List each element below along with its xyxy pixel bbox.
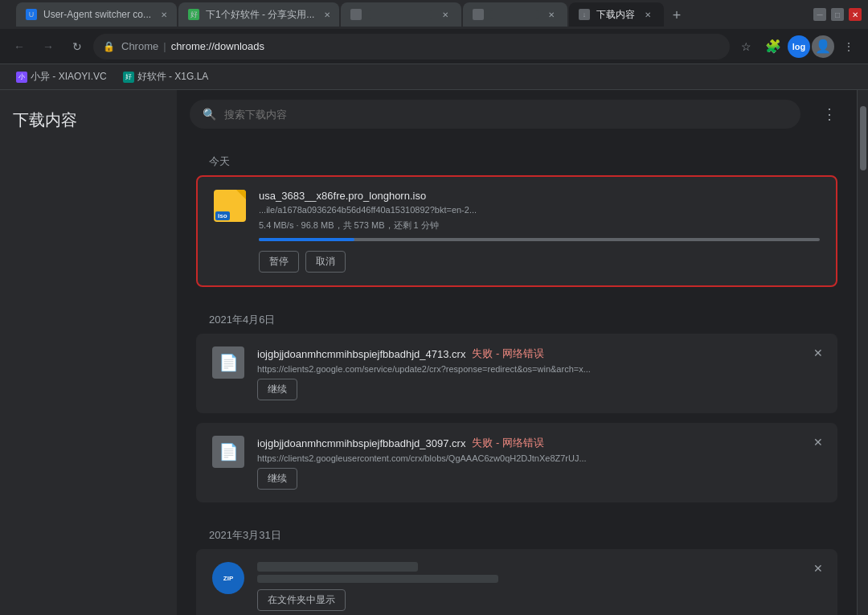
tab-label-3	[368, 10, 432, 18]
download-actions-crx1: 继续	[257, 379, 821, 400]
page-layout: 下载内容 🔍 ⋮ 今天 iso usa_3683__x86fre.pro_lon…	[0, 90, 868, 615]
window-close-icon[interactable]: ✕	[849, 8, 862, 21]
tab-label-1: User-Agent switcher co...	[43, 9, 151, 20]
url-display: Chrome | chrome://downloads	[121, 40, 264, 52]
search-area: 🔍 ⋮	[177, 90, 857, 138]
tab-blank2[interactable]: ✕	[463, 2, 567, 27]
section-today-header: 今天	[177, 138, 857, 175]
tab-favicon-1: U	[26, 9, 37, 20]
section-march31-header: 2021年3月31日	[177, 512, 857, 549]
tab-close-4[interactable]: ✕	[545, 8, 558, 21]
download-actions-zip: 在文件夹中显示	[257, 589, 821, 611]
tab-favicon-3	[350, 9, 362, 20]
download-info-zip: 在文件夹中显示	[257, 562, 821, 611]
tab-favicon-2: 好	[188, 9, 199, 20]
tab-favicon-5: ↓	[579, 9, 590, 20]
progress-bar-container	[259, 238, 820, 241]
tab-close-1[interactable]: ✕	[158, 8, 170, 21]
url-separator: |	[163, 40, 166, 52]
download-item-crx1: 📄 iojgbjjdoanmhcmmihbspiejfbbadhjd_4713.…	[196, 334, 837, 413]
iso-file-icon: iso	[214, 190, 246, 222]
avatar-button[interactable]: 👤	[812, 35, 834, 58]
lock-icon: 🔒	[103, 41, 115, 52]
tab-close-2[interactable]: ✕	[321, 8, 334, 21]
os-window-controls: ─ □ ✕	[813, 8, 862, 21]
download-url-iso: ...ile/a1678a0936264b56d46ff40a15310892?…	[259, 205, 661, 215]
bookmark-favicon-xiaoyi: 小	[16, 72, 27, 83]
search-icon: 🔍	[203, 108, 216, 121]
download-item-crx2: 📄 iojgbjjdoanmhcmmihbspiejfbbadhjd_3097.…	[196, 423, 837, 502]
section-april6-header: 2021年4月6日	[177, 297, 857, 334]
tab-downloads[interactable]: ↓ 下载内容 ✕	[569, 2, 664, 27]
close-crx2-button[interactable]: ✕	[809, 433, 828, 452]
scrollbar-thumb[interactable]	[860, 106, 866, 170]
download-url-crx1: https://clients2.google.com/service/upda…	[257, 364, 659, 374]
extensions-button[interactable]: 🧩	[760, 34, 786, 59]
address-bar[interactable]: 🔒 Chrome | chrome://downloads	[93, 34, 730, 59]
crx1-file-icon: 📄	[212, 346, 244, 379]
download-info-iso: usa_3683__x86fre.pro_longhorn.iso ...ile…	[259, 190, 820, 273]
tab-label-5: 下载内容	[596, 8, 635, 22]
tab-haorj[interactable]: 好 下1个好软件 - 分享实用... ✕	[178, 2, 339, 27]
tab-user-agent[interactable]: U User-Agent switcher co... ✕	[16, 2, 177, 27]
pause-button[interactable]: 暂停	[259, 251, 299, 273]
download-filename-zip	[257, 562, 821, 572]
tabs-area: U User-Agent switcher co... ✕ 好 下1个好软件 -…	[16, 2, 804, 27]
download-url-crx2: https://clients2.googleusercontent.com/c…	[257, 453, 659, 463]
profile-button[interactable]: log	[788, 35, 810, 58]
tab-close-3[interactable]: ✕	[439, 8, 452, 21]
download-actions-iso: 暂停 取消	[259, 251, 820, 273]
cancel-button[interactable]: 取消	[305, 251, 346, 273]
download-filename-iso: usa_3683__x86fre.pro_longhorn.iso	[259, 190, 820, 202]
main-content: 🔍 ⋮ 今天 iso usa_3683__x86fre.pro_longhorn…	[177, 90, 857, 615]
minimize-icon[interactable]: ─	[813, 8, 826, 21]
download-filename-crx1: iojgbjjdoanmhcmmihbspiejfbbadhjd_4713.cr…	[257, 346, 821, 361]
filename-placeholder	[257, 562, 418, 572]
error-text-crx1: 失败 - 网络错误	[472, 346, 544, 361]
download-item-zip: ZIP 在文件夹中显示 ✕	[196, 549, 837, 615]
bookmark-xiaoyi[interactable]: 小 小异 - XIAOYI.VC	[10, 67, 113, 87]
error-text-crx2: 失败 - 网络错误	[472, 436, 544, 450]
navigation-bar: ← → ↻ 🔒 Chrome | chrome://downloads ☆ 🧩 …	[0, 29, 868, 64]
url-placeholder	[257, 575, 498, 583]
refresh-button[interactable]: ↻	[64, 34, 90, 59]
search-input[interactable]	[224, 109, 788, 121]
star-button[interactable]: ☆	[733, 34, 759, 59]
new-tab-button[interactable]: +	[665, 4, 688, 27]
back-button[interactable]: ←	[6, 34, 32, 59]
resume-button-crx1[interactable]: 继续	[257, 379, 297, 400]
tab-label-2: 下1个好软件 - 分享实用...	[206, 8, 314, 22]
download-status-iso: 5.4 MB/s · 96.8 MB，共 573 MB，还剩 1 分钟	[259, 219, 820, 232]
maximize-icon[interactable]: □	[831, 8, 844, 21]
tab-label-4	[490, 10, 538, 18]
nav-actions: ☆ 🧩 log 👤 ⋮	[733, 34, 862, 59]
tab-blank1[interactable]: ✕	[341, 2, 461, 27]
show-in-folder-button[interactable]: 在文件夹中显示	[257, 589, 346, 611]
download-filename-crx2: iojgbjjdoanmhcmmihbspiejfbbadhjd_3097.cr…	[257, 436, 821, 450]
crx2-file-icon: 📄	[212, 436, 244, 468]
scrollbar[interactable]	[857, 90, 868, 615]
bookmark-haorj[interactable]: 好 好软件 - X1G.LA	[117, 67, 215, 87]
zip-file-icon: ZIP	[212, 562, 244, 594]
forward-button[interactable]: →	[35, 34, 61, 59]
bookmark-label-haorj: 好软件 - X1G.LA	[137, 70, 209, 84]
close-zip-button[interactable]: ✕	[809, 559, 828, 578]
download-info-crx1: iojgbjjdoanmhcmmihbspiejfbbadhjd_4713.cr…	[257, 346, 821, 400]
title-bar: U User-Agent switcher co... ✕ 好 下1个好软件 -…	[0, 0, 868, 29]
bookmark-favicon-haorj: 好	[123, 72, 134, 83]
resume-button-crx2[interactable]: 继续	[257, 468, 297, 490]
progress-bar-fill	[259, 238, 354, 241]
page-title: 下载内容	[0, 103, 177, 137]
close-crx1-button[interactable]: ✕	[809, 343, 828, 363]
tab-favicon-4	[473, 9, 484, 20]
search-box[interactable]: 🔍	[190, 100, 800, 129]
download-actions-crx2: 继续	[257, 468, 821, 490]
url-text: chrome://downloads	[171, 40, 264, 52]
tab-close-5[interactable]: ✕	[641, 8, 654, 21]
chrome-label: Chrome	[121, 40, 158, 52]
bookmarks-bar: 小 小异 - XIAOYI.VC 好 好软件 - X1G.LA	[0, 64, 868, 90]
menu-button[interactable]: ⋮	[836, 34, 862, 59]
download-item-iso: iso usa_3683__x86fre.pro_longhorn.iso ..…	[196, 175, 837, 287]
more-options-button[interactable]: ⋮	[815, 100, 844, 129]
iso-badge: iso	[215, 211, 230, 220]
